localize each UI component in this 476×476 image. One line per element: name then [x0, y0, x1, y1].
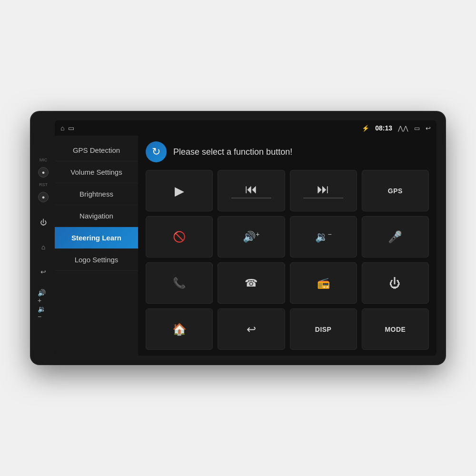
sidebar-item-volume-settings[interactable]: Volume Settings	[55, 161, 138, 183]
main-area: GPS Detection Volume Settings Brightness…	[55, 136, 436, 356]
gps-label: GPS	[388, 187, 403, 195]
rst-label: RST	[39, 182, 48, 187]
mute-button[interactable]: 🚫	[146, 216, 213, 258]
power-side-button[interactable]: ⏻	[38, 217, 49, 228]
back-side-button[interactable]: ↩	[38, 266, 49, 278]
status-right: ⚡ 08:13 ⋀⋀ ▭ ↩	[362, 124, 431, 132]
mic-icon: 🎤	[388, 231, 402, 243]
home-status-icon: ⌂	[60, 124, 64, 132]
vol-up-side-button[interactable]: 🔊+	[38, 291, 49, 302]
fast-forward-icon: ⏭	[317, 183, 329, 195]
rewind-icon: ⏮	[245, 183, 258, 195]
time-display: 08:13	[375, 124, 392, 132]
power-button[interactable]: ⏻	[362, 262, 429, 304]
radio-button[interactable]: 📻	[290, 262, 357, 304]
phone-icon: 📞	[173, 278, 186, 288]
function-button-grid: ▶ ⏮ ⏭ GPS 🚫 🔊+	[146, 170, 429, 350]
gps-button[interactable]: GPS	[362, 170, 429, 211]
rst-button[interactable]: ●	[38, 192, 49, 202]
sidebar-item-navigation[interactable]: Navigation	[55, 205, 138, 227]
status-bar: ⌂ ▭ ⚡ 08:13 ⋀⋀ ▭ ↩	[55, 120, 436, 136]
vol-up-button[interactable]: 🔊+	[218, 216, 285, 258]
fast-forward-button[interactable]: ⏭	[290, 170, 357, 211]
sidebar-item-brightness[interactable]: Brightness	[55, 183, 138, 205]
sidebar-item-steering-learn[interactable]: Steering Learn	[55, 227, 138, 249]
vol-down-side-button[interactable]: 🔉−	[38, 307, 49, 318]
refresh-button[interactable]: ↻	[146, 141, 167, 162]
mic-button[interactable]: ●	[38, 167, 49, 178]
vol-down-icon: 🔉−	[315, 231, 332, 242]
back-icon: ↩	[426, 125, 431, 132]
prompt-text: Please select a function button!	[173, 147, 292, 157]
content-area: ↻ Please select a function button! ▶ ⏮ ⏭	[138, 136, 436, 356]
bluetooth-icon: ⚡	[362, 125, 369, 132]
rewind-button[interactable]: ⏮	[218, 170, 285, 211]
status-left: ⌂ ▭	[60, 124, 74, 132]
home-side-button[interactable]: ⌂	[38, 241, 49, 253]
mute-icon: 🚫	[173, 232, 186, 242]
vol-down-button[interactable]: 🔉−	[290, 216, 357, 258]
content-header: ↻ Please select a function button!	[146, 141, 429, 162]
sidebar-item-logo-settings[interactable]: Logo Settings	[55, 249, 138, 271]
phone-hold-button[interactable]: ☎	[218, 262, 285, 304]
vol-up-icon: 🔊+	[243, 231, 259, 242]
back-func-icon: ↩	[247, 324, 256, 335]
sidebar-item-gps-detection[interactable]: GPS Detection	[55, 139, 138, 161]
disp-button[interactable]: DISP	[290, 308, 357, 350]
mode-button[interactable]: MODE	[362, 308, 429, 350]
signal-icon: ⋀⋀	[398, 125, 408, 132]
phone-button[interactable]: 📞	[146, 262, 213, 304]
power-icon: ⏻	[389, 278, 401, 289]
sidebar-menu: GPS Detection Volume Settings Brightness…	[55, 136, 138, 356]
window-icon: ▭	[414, 125, 420, 132]
car-stereo-unit: MIC ● RST ● ⏻ ⌂ ↩ 🔊+ 🔉− ⌂ ▭ ⚡ 08:13 ⋀⋀ ▭…	[31, 112, 445, 364]
play-button[interactable]: ▶	[146, 170, 213, 211]
screen: ⌂ ▭ ⚡ 08:13 ⋀⋀ ▭ ↩ GPS Detection Volume …	[55, 120, 436, 356]
home-button[interactable]: 🏠	[146, 308, 213, 350]
home-icon: 🏠	[172, 324, 187, 335]
mode-label: MODE	[385, 326, 406, 333]
play-icon: ▶	[175, 185, 184, 197]
side-controls: MIC ● RST ● ⏻ ⌂ ↩ 🔊+ 🔉−	[36, 158, 51, 318]
radio-icon: 📻	[317, 278, 330, 288]
window-status-icon: ▭	[68, 124, 74, 132]
back-func-button[interactable]: ↩	[218, 308, 285, 350]
disp-label: DISP	[315, 326, 332, 333]
phone-hold-icon: ☎	[245, 278, 258, 288]
mic-label: MIC	[40, 158, 48, 162]
microphone-button[interactable]: 🎤	[362, 216, 429, 258]
